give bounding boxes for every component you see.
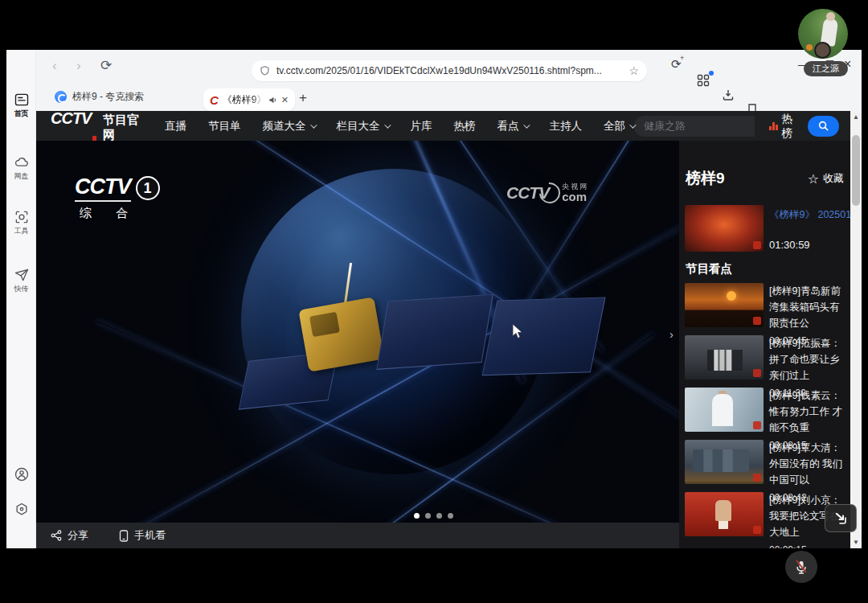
episode-thumbnail[interactable] [685, 335, 764, 379]
quark-tab-icon [55, 91, 67, 103]
featured-episode-thumbnail[interactable] [685, 205, 764, 252]
sync-new-icon[interactable]: ⟳+ [671, 57, 682, 71]
sidebar-item-netdisk[interactable]: 网盘 [6, 154, 36, 182]
episode-thumbnail[interactable] [685, 492, 764, 536]
watch-on-mobile-button[interactable]: 手机看 [119, 528, 166, 543]
cctv-site-logo[interactable]: CCTV 节目官网 [51, 111, 139, 143]
menu-programs[interactable]: 栏目大全 [337, 119, 389, 133]
menu-live[interactable]: 直播 [165, 119, 186, 133]
share-icon [51, 530, 62, 541]
sidebar-collapse-chevron[interactable]: › [669, 327, 674, 341]
security-shield-icon [260, 65, 270, 76]
logo-red-dot [92, 136, 96, 141]
send-icon [14, 267, 30, 283]
menu-highlights[interactable]: 看点 [497, 119, 528, 133]
scrollbar-thumb[interactable] [852, 135, 860, 206]
sidebar-item-quickshare[interactable]: 快传 [6, 267, 36, 294]
section-highlights-label: 节目看点 [686, 261, 732, 277]
phone-icon [119, 530, 129, 542]
cctv-tab-icon: C [210, 93, 219, 107]
carousel-dots[interactable] [414, 513, 453, 519]
browser-window: 首页 网盘 工具 快传 ‹ › ⟳ tv.cctv.com/2025/01/16… [6, 50, 862, 548]
participant-badge [814, 42, 831, 59]
apps-grid-icon[interactable] [697, 74, 711, 88]
episode-thumbnail[interactable] [685, 440, 764, 484]
site-nav-bar: CCTV 节目官网 直播 节目单 频道大全 栏目大全 片库 热榜 看点 主持人 … [36, 111, 850, 141]
search-input[interactable] [634, 116, 755, 137]
bookmark-star-icon[interactable]: ☆ [628, 64, 639, 77]
tab-audio-icon[interactable] [268, 96, 277, 105]
hot-bars-icon [769, 121, 778, 130]
sidebar-item-home[interactable]: 首页 [6, 92, 36, 119]
episode-thumbnail[interactable] [685, 388, 764, 432]
cctv1-channel-logo: CCTV 1 综 合 [75, 174, 160, 221]
notification-dot [709, 71, 714, 76]
browser-left-sidebar: 首页 网盘 工具 快传 [6, 50, 36, 548]
home-icon [14, 92, 30, 108]
site-menu: 直播 节目单 频道大全 栏目大全 片库 热榜 看点 主持人 全部 [165, 119, 634, 133]
featured-episode-duration: 01:30:59 [769, 237, 846, 253]
microphone-muted-icon [793, 559, 809, 575]
browser-tab-search[interactable]: 榜样9 - 夸克搜索 [55, 90, 144, 104]
tools-icon [14, 209, 30, 225]
reload-button[interactable]: ⟳ [100, 58, 112, 74]
download-icon[interactable] [722, 88, 736, 103]
share-button[interactable]: 分享 [51, 528, 88, 543]
cloud-icon [14, 154, 30, 170]
program-title: 榜样9 [686, 168, 725, 189]
featured-episode-title[interactable]: 《榜样9》 20250116 [769, 207, 846, 223]
scroll-down-arrow[interactable]: ▼ [850, 539, 862, 546]
hot-rank-button[interactable]: 热榜 [769, 112, 798, 141]
new-tab-button[interactable]: + [299, 90, 307, 106]
expand-screen-button[interactable] [825, 504, 857, 532]
search-icon [817, 120, 829, 132]
menu-library[interactable]: 片库 [411, 119, 432, 133]
address-bar[interactable]: tv.cctv.com/2025/01/16/VIDEkTCdclXw1e19d… [252, 60, 647, 81]
participant-name-label: 江之源 [804, 61, 848, 76]
forward-button[interactable]: › [76, 58, 81, 74]
settings-icon [14, 502, 30, 518]
episode-thumbnail[interactable] [685, 283, 764, 327]
browser-tab-cctv-active[interactable]: C 《榜样9》2025 ✕ [203, 88, 295, 111]
expand-arrow-icon [833, 512, 848, 525]
playlist-sidebar: 榜样9 ☆ 收藏 《榜样9》 20250116 01:30:59 节目看点 [榜… [679, 141, 850, 548]
menu-all[interactable]: 全部 [604, 119, 634, 133]
star-icon: ☆ [808, 171, 819, 187]
scroll-up-arrow[interactable]: ▲ [850, 113, 862, 121]
chevron-down-icon [523, 121, 530, 128]
microphone-muted-button[interactable] [785, 551, 817, 583]
web-content: CCTV 节目官网 直播 节目单 频道大全 栏目大全 片库 热榜 看点 主持人 … [36, 111, 862, 548]
menu-channels[interactable]: 频道大全 [263, 119, 315, 133]
player-bottom-bar: 分享 手机看 [36, 523, 679, 548]
chevron-down-icon [310, 121, 317, 128]
sidebar-account-button[interactable] [6, 466, 36, 483]
search-button[interactable] [808, 116, 839, 137]
tab-close-icon[interactable]: ✕ [281, 95, 289, 105]
back-button[interactable]: ‹ [52, 58, 57, 74]
page-scrollbar[interactable]: ▲ ▼ [850, 111, 862, 548]
dot-active[interactable] [414, 513, 420, 519]
chevron-down-icon [384, 121, 391, 128]
user-icon [14, 466, 30, 482]
sidebar-settings-button[interactable] [6, 502, 36, 519]
menu-hot[interactable]: 热榜 [454, 119, 476, 133]
mouse-cursor [512, 324, 525, 340]
menu-schedule[interactable]: 节目单 [208, 119, 241, 133]
url-text: tv.cctv.com/2025/01/16/VIDEkTCdclXw1e19d… [276, 65, 622, 76]
menu-hosts[interactable]: 主持人 [550, 119, 583, 133]
sidebar-item-tools[interactable]: 工具 [6, 209, 36, 236]
favorite-button[interactable]: ☆ 收藏 [808, 171, 844, 187]
video-player[interactable]: CCTV 1 综 合 CCTV 央视网 com › [36, 141, 679, 523]
cctv-com-watermark: CCTV 央视网 com [506, 183, 588, 203]
